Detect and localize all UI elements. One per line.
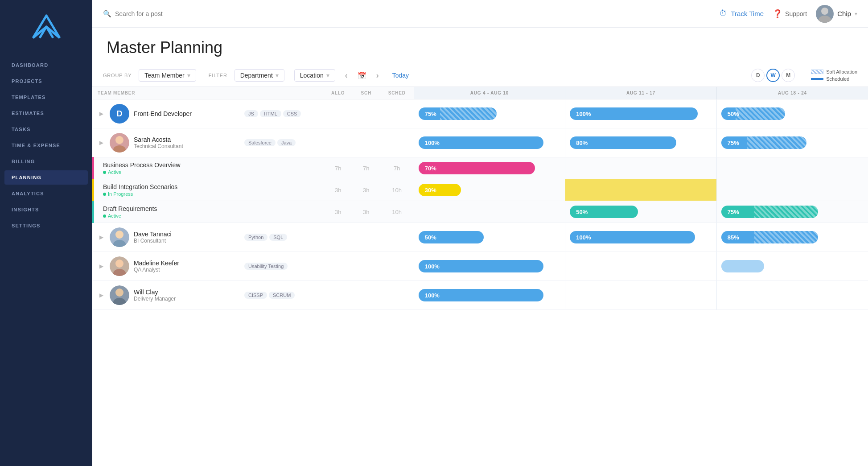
svg-point-6 (115, 231, 123, 239)
th-sched: SCHED (380, 87, 414, 99)
svg-point-1 (819, 16, 831, 23)
planning-toolbar: GROUP BY Team Member ▾ FILTER Department… (92, 64, 868, 87)
table-row: ▶ Sarah Acosta Technical Consultant Sale… (93, 128, 868, 157)
search-input[interactable] (115, 10, 714, 17)
view-month-button[interactable]: M (782, 69, 795, 82)
sidebar-item-planning[interactable]: PLANNING (4, 170, 88, 185)
allo-cell (324, 99, 352, 128)
sidebar-item-tasks[interactable]: TASKS (4, 122, 88, 136)
avatar (110, 227, 129, 247)
expand-button[interactable]: ▶ (98, 138, 105, 148)
skill-tag: SQL (269, 234, 287, 241)
gantt-week2 (565, 157, 717, 179)
support-label: Support (785, 10, 807, 17)
filter-dropdown[interactable]: Department ▾ (234, 69, 284, 82)
project-name: Draft Requirements (103, 205, 234, 212)
sidebar-item-estimates[interactable]: ESTIMATES (4, 106, 88, 120)
expand-button[interactable]: ▶ (98, 290, 105, 300)
sched-cell (380, 99, 414, 128)
skill-tag: CSS (283, 110, 301, 117)
svg-point-9 (115, 260, 123, 268)
next-week-button[interactable]: › (374, 69, 382, 82)
sched-cell (380, 223, 414, 252)
sidebar-item-insights[interactable]: INSIGHTS (4, 202, 88, 217)
search-icon (103, 10, 111, 18)
table-row: ▶ D Front-End Developer JSHTMLCSS 75% 10… (93, 99, 868, 128)
gantt-week2 (565, 281, 717, 310)
legend-scheduled-label: Scheduled (826, 76, 849, 82)
member-cell: ▶ D Front-End Developer (93, 99, 239, 128)
gantt-week3 (716, 179, 868, 201)
user-chip[interactable]: Chip ▾ (816, 5, 857, 23)
sidebar-nav: DASHBOARD PROJECTS TEMPLATES ESTIMATES T… (0, 58, 92, 233)
gantt-week3 (716, 281, 868, 310)
member-role: QA Analyst (134, 267, 179, 273)
prev-week-button[interactable]: ‹ (342, 69, 350, 82)
gantt-week3: 50% (716, 99, 868, 128)
gantt-week2: 50% (565, 201, 717, 223)
table-row: Build Integration Scenarios In Progress … (93, 179, 868, 201)
page-title-area: Master Planning (92, 28, 868, 64)
table-row: ▶ Madeline Keefer QA Analyst Usability T… (93, 252, 868, 281)
planning-table: TEAM MEMBER ALLO SCH SCHED AUG 4 - AUG 1… (92, 87, 868, 310)
table-row: Business Process Overview Active 7h 7h 7… (93, 157, 868, 179)
svg-point-0 (821, 8, 828, 15)
sched-cell: 7h (380, 157, 414, 179)
th-week1: AUG 4 - AUG 10 (414, 87, 565, 99)
sched-cell (380, 128, 414, 157)
gantt-week3 (716, 252, 868, 281)
expand-button[interactable]: ▶ (98, 232, 105, 242)
sidebar-item-dashboard[interactable]: DASHBOARD (4, 58, 88, 72)
sidebar-item-time-expense[interactable]: TIME & EXPENSE (4, 138, 88, 153)
th-sch: SCH (352, 87, 380, 99)
search-bar (103, 10, 714, 18)
gantt-week2: 100% (565, 99, 717, 128)
sidebar-item-settings[interactable]: SETTINGS (4, 219, 88, 233)
project-cell: Draft Requirements Active (93, 201, 239, 223)
sidebar-item-templates[interactable]: TEMPLATES (4, 90, 88, 104)
member-name: Madeline Keefer (134, 260, 179, 267)
sched-cell (380, 281, 414, 310)
th-skills (239, 87, 324, 99)
member-name: Dave Tannaci (134, 231, 172, 238)
view-week-button[interactable]: W (766, 69, 780, 82)
project-cell: Business Process Overview Active (93, 157, 239, 179)
avatar (816, 5, 834, 23)
member-cell: ▶ Sarah Acosta Technical Consultant (93, 128, 239, 157)
group-by-dropdown[interactable]: Team Member ▾ (139, 69, 196, 82)
project-name: Business Process Overview (103, 161, 234, 169)
track-time-button[interactable]: Track Time (719, 9, 764, 18)
topbar: Track Time Support Chip ▾ (92, 0, 868, 28)
main-content: Track Time Support Chip ▾ Master Plannin… (92, 0, 868, 466)
allo-cell: 7h (324, 157, 352, 179)
gantt-week3: 75% (716, 128, 868, 157)
sidebar-item-projects[interactable]: PROJECTS (4, 74, 88, 88)
skills-cell (239, 157, 324, 179)
skill-tag: SCRUM (269, 292, 295, 299)
gantt-week2: 80% (565, 128, 717, 157)
sch-cell: 3h (352, 201, 380, 223)
sch-cell (352, 128, 380, 157)
table-row: Draft Requirements Active 3h 3h 10h 50% … (93, 201, 868, 223)
today-button[interactable]: Today (389, 72, 412, 79)
avatar (110, 133, 129, 153)
sidebar-item-analytics[interactable]: ANALYTICS (4, 186, 88, 201)
gantt-week1 (414, 201, 565, 223)
expand-button[interactable]: ▶ (98, 261, 105, 271)
support-button[interactable]: Support (773, 9, 807, 19)
topbar-actions: Track Time Support Chip ▾ (719, 5, 857, 23)
view-day-button[interactable]: D (751, 69, 765, 82)
page-title: Master Planning (107, 38, 854, 57)
sched-cell: 10h (380, 201, 414, 223)
track-time-label: Track Time (731, 10, 764, 17)
skill-tag: Salesforce (244, 139, 276, 146)
skills-cell: SalesforceJava (239, 128, 324, 157)
location-dropdown[interactable]: Location ▾ (294, 69, 335, 82)
sidebar-item-billing[interactable]: BILLING (4, 154, 88, 169)
skills-cell: CISSPSCRUM (239, 281, 324, 310)
sidebar: DASHBOARD PROJECTS TEMPLATES ESTIMATES T… (0, 0, 92, 466)
th-week2: AUG 11 - 17 (565, 87, 717, 99)
project-status: Active (103, 169, 234, 175)
svg-point-3 (115, 136, 123, 144)
expand-button[interactable]: ▶ (98, 109, 105, 119)
